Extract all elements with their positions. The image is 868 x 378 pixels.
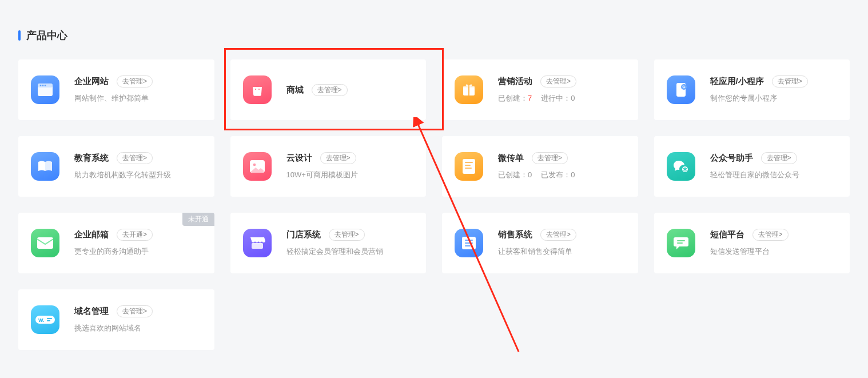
svg-point-6 (258, 89, 259, 90)
manage-button[interactable]: 去管理> (761, 152, 797, 164)
svg-rect-27 (677, 242, 683, 244)
card-desc: 让获客和销售变得简单 (498, 246, 626, 257)
created-label: 已创建： (498, 170, 528, 179)
svg-rect-24 (465, 242, 473, 244)
progress-value: 0 (571, 94, 575, 102)
wechat-settings-icon (667, 152, 695, 181)
svg-rect-20 (37, 237, 53, 249)
svg-point-3 (42, 85, 44, 86)
manage-button[interactable]: 去管理> (329, 229, 365, 241)
svg-rect-21 (252, 243, 263, 249)
svg-rect-15 (465, 162, 473, 163)
card-domain[interactable]: W. 域名管理 去管理> 挑选喜欢的网站域名 (18, 289, 214, 350)
card-marketing[interactable]: 营销活动 去管理> 已创建：7进行中：0 (442, 59, 638, 120)
manage-button[interactable]: 去管理> (540, 75, 576, 87)
card-title: 企业邮箱 (74, 229, 109, 240)
card-desc: 已创建：7进行中：0 (498, 93, 626, 104)
browser-window-icon (31, 75, 59, 104)
card-desc: 挑选喜欢的网站域名 (74, 323, 202, 333)
card-shop[interactable]: 商城 去管理> (230, 59, 427, 120)
svg-point-2 (40, 85, 42, 86)
status-badge: 未开通 (182, 213, 214, 226)
section-title: 产品中心 (18, 29, 850, 42)
card-sales[interactable]: 销售系统 去管理> 让获客和销售变得简单 (442, 213, 638, 273)
card-store[interactable]: 门店系统 去管理> 轻松搞定会员管理和会员营销 (230, 213, 427, 273)
card-title: 短信平台 (710, 229, 744, 240)
card-title: 云设计 (286, 153, 312, 164)
svg-rect-30 (47, 318, 52, 319)
card-desc: 短信发送管理平台 (710, 246, 838, 257)
card-title: 营销活动 (498, 76, 532, 87)
card-title: 轻应用/小程序 (710, 76, 764, 87)
svg-rect-26 (677, 240, 685, 241)
title-accent-bar (18, 30, 21, 41)
card-desc: 网站制作、维护都简单 (74, 93, 202, 104)
svg-text:W.: W. (38, 317, 45, 323)
gift-icon (455, 75, 483, 104)
created-value: 0 (528, 170, 532, 179)
svg-rect-31 (47, 320, 50, 321)
svg-point-19 (683, 168, 686, 170)
card-website[interactable]: 企业网站 去管理> 网站制作、维护都简单 (18, 59, 214, 120)
card-title: 企业网站 (74, 76, 109, 87)
manage-button[interactable]: 去管理> (117, 75, 153, 87)
envelope-icon (31, 229, 59, 257)
domain-icon: W. (31, 305, 59, 334)
svg-point-4 (45, 85, 46, 86)
card-desc: 轻松搞定会员管理和会员营销 (286, 246, 414, 257)
picture-icon (243, 152, 272, 181)
card-title: 域名管理 (74, 306, 109, 317)
card-design[interactable]: 云设计 去管理> 10W+可商用模板图片 (230, 136, 427, 197)
storefront-icon (243, 229, 272, 257)
manage-button[interactable]: 去管理> (320, 152, 356, 164)
svg-rect-14 (463, 159, 475, 174)
miniapp-icon (667, 75, 695, 104)
card-miniapp[interactable]: 轻应用/小程序 去管理> 制作您的专属小程序 (654, 59, 850, 120)
svg-rect-9 (468, 86, 469, 96)
manage-button[interactable]: 去管理> (752, 229, 789, 241)
card-mail[interactable]: 未开通 企业邮箱 去开通> 更专业的商务沟通助手 (18, 213, 214, 273)
section-title-text: 产品中心 (26, 29, 67, 42)
card-desc: 轻松管理自家的微信公众号 (710, 170, 838, 180)
svg-point-5 (254, 89, 256, 90)
manage-button[interactable]: 去管理> (312, 84, 348, 96)
shopping-bag-icon (243, 75, 272, 104)
progress-label: 进行中： (541, 94, 571, 102)
card-desc: 助力教培机构数字化转型升级 (74, 170, 202, 180)
card-title: 销售系统 (498, 229, 532, 240)
svg-rect-23 (465, 240, 473, 241)
list-icon (455, 229, 483, 257)
svg-rect-25 (465, 245, 471, 246)
card-title: 商城 (286, 85, 304, 96)
manage-button[interactable]: 去管理> (772, 75, 808, 87)
book-icon (31, 152, 59, 181)
svg-rect-17 (465, 168, 472, 169)
manage-button[interactable]: 去管理> (117, 305, 153, 317)
card-desc: 制作您的专属小程序 (710, 93, 838, 104)
card-title: 微传单 (498, 153, 524, 164)
open-button[interactable]: 去开通> (117, 229, 153, 241)
manage-button[interactable]: 去管理> (540, 229, 576, 241)
card-education[interactable]: 教育系统 去管理> 助力教培机构数字化转型升级 (18, 136, 214, 197)
published-label: 已发布： (541, 170, 571, 179)
card-flyer[interactable]: 微传单 去管理> 已创建：0已发布：0 (442, 136, 638, 197)
card-desc: 已创建：0已发布：0 (498, 170, 626, 180)
svg-point-13 (253, 164, 256, 166)
card-title: 门店系统 (286, 229, 321, 240)
created-value: 7 (528, 94, 532, 102)
card-title: 公众号助手 (710, 153, 753, 164)
published-value: 0 (571, 170, 575, 179)
chat-bubble-icon (667, 229, 695, 257)
svg-rect-16 (465, 165, 471, 166)
card-mp-helper[interactable]: 公众号助手 去管理> 轻松管理自家的微信公众号 (654, 136, 850, 197)
svg-point-11 (681, 84, 687, 90)
card-sms[interactable]: 短信平台 去管理> 短信发送管理平台 (654, 213, 850, 273)
product-grid: 企业网站 去管理> 网站制作、维护都简单 商城 去管理> (18, 59, 850, 350)
manage-button[interactable]: 去管理> (532, 152, 568, 164)
created-label: 已创建： (498, 94, 528, 102)
card-title: 教育系统 (74, 153, 109, 164)
card-desc: 更专业的商务沟通助手 (74, 246, 202, 257)
manage-button[interactable]: 去管理> (117, 152, 153, 164)
page-icon (455, 152, 483, 181)
card-desc: 10W+可商用模板图片 (286, 170, 414, 180)
